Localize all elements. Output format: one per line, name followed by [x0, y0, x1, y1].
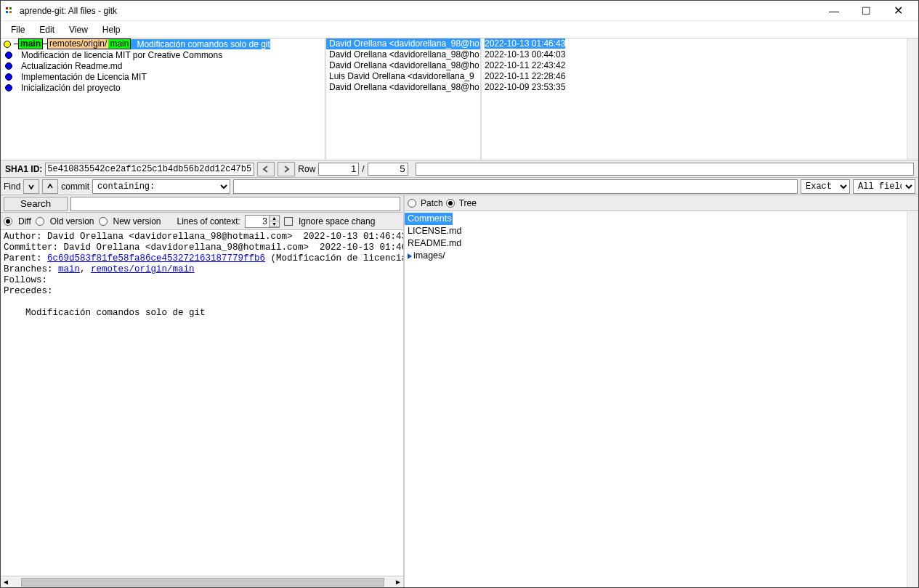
nav-back-button[interactable]: [257, 162, 275, 176]
top-search-field[interactable]: [416, 163, 914, 176]
detail-branch-remote-link[interactable]: remotes/origin/main: [91, 264, 195, 274]
sha-bar: SHA1 ID: Row /: [1, 160, 918, 178]
ignore-space-label: Ignore space chang: [299, 216, 375, 226]
commit-row-1[interactable]: Modificación de licencia MIT por Creativ…: [1, 49, 325, 60]
commit-msg-3[interactable]: Implementación de Licencia MIT: [15, 72, 147, 82]
date-0[interactable]: 2022-10-13 01:46:43: [482, 38, 918, 49]
menu-help[interactable]: Help: [95, 23, 128, 36]
author-0[interactable]: David Orellana <davidorellana_98@ho: [326, 38, 480, 49]
ref-remote-prefix[interactable]: remotes/origin/: [48, 39, 108, 49]
maximize-button[interactable]: ☐: [850, 1, 882, 21]
expand-triangle-icon[interactable]: [408, 253, 412, 259]
old-version-radio[interactable]: [36, 217, 44, 226]
commit-row-3[interactable]: Implementación de Licencia MIT: [1, 71, 325, 82]
scroll-thumb[interactable]: [21, 578, 384, 587]
nav-forward-button[interactable]: [278, 162, 295, 176]
commit-msg-1[interactable]: Modificación de licencia MIT por Creativ…: [15, 50, 222, 60]
commit-msg-0[interactable]: Modificación comandos solo de git: [131, 39, 270, 49]
scroll-left-icon[interactable]: ◄: [1, 578, 11, 586]
detail-parent-sha-link[interactable]: 6c69d583f81fe58fa86ce453272163187779ffb6: [47, 253, 265, 264]
lines-context-value[interactable]: [246, 216, 269, 227]
file-comments[interactable]: Comments: [405, 213, 453, 225]
find-commit-label: commit: [61, 181, 89, 192]
lines-context-label: Lines of context:: [177, 216, 240, 226]
scroll-right-icon[interactable]: ►: [393, 578, 403, 586]
author-1[interactable]: David Orellana <davidorellana_98@ho: [326, 49, 480, 60]
find-input[interactable]: [233, 179, 798, 194]
commit-dot-icon: [5, 73, 12, 81]
commit-row-4[interactable]: Inicialización del proyecto: [1, 82, 325, 93]
tree-label: Tree: [459, 198, 477, 208]
lines-context-spinner[interactable]: ▲▼: [245, 215, 280, 228]
date-3[interactable]: 2022-10-11 22:28:46: [482, 71, 918, 82]
horizontal-scrollbar[interactable]: ◄ ►: [1, 576, 403, 587]
author-pane[interactable]: David Orellana <davidorellana_98@ho Davi…: [325, 38, 480, 160]
sha-input[interactable]: [45, 163, 254, 176]
arrow-down-icon: [28, 183, 35, 190]
ref-remote-branch[interactable]: main: [108, 39, 130, 49]
commit-row-2[interactable]: Actualización Readme.md: [1, 60, 325, 71]
close-button[interactable]: ✕: [882, 1, 914, 21]
ref-main[interactable]: main: [18, 38, 43, 49]
date-1[interactable]: 2022-10-13 00:44:03: [482, 49, 918, 60]
head-dot-icon: [4, 41, 11, 48]
file-list-scrollbar[interactable]: [907, 211, 918, 587]
search-input[interactable]: [70, 197, 400, 211]
window-title: aprende-git: All files - gitk: [20, 6, 818, 16]
patch-tree-bar: Patch Tree: [405, 195, 918, 211]
file-license[interactable]: LICENSE.md: [405, 225, 918, 237]
new-version-radio[interactable]: [99, 217, 108, 226]
commit-detail-pane[interactable]: Author: David Orellana <davidorellana_98…: [1, 230, 403, 576]
old-version-label: Old version: [50, 216, 94, 226]
date-2[interactable]: 2022-10-11 22:43:42: [482, 60, 918, 71]
find-prev-button[interactable]: [42, 179, 58, 194]
find-bar: Find commit containing: Exact All fields: [1, 178, 918, 195]
tree-radio[interactable]: [446, 199, 455, 208]
author-2[interactable]: David Orellana <davidorellana_98@ho: [326, 60, 480, 71]
folder-images[interactable]: images/: [405, 250, 918, 262]
find-fields-select[interactable]: All fields: [853, 179, 915, 194]
detail-precedes: Precedes:: [4, 286, 53, 296]
row-separator: /: [362, 164, 364, 174]
row-total-input[interactable]: [368, 163, 408, 176]
detail-branch-main-link[interactable]: main: [58, 264, 80, 274]
find-next-button[interactable]: [23, 179, 39, 194]
svg-rect-0: [6, 7, 8, 9]
commit-dot-icon: [5, 84, 12, 91]
ignore-space-checkbox[interactable]: [284, 217, 293, 226]
author-3[interactable]: Luis David Orellana <davidorellana_9: [326, 71, 480, 82]
commit-graph-pane[interactable]: main remotes/origin/main Modificación co…: [1, 38, 325, 160]
detail-author-label: Author:: [4, 232, 47, 242]
menu-edit[interactable]: Edit: [32, 23, 62, 36]
find-mode-select[interactable]: containing:: [92, 179, 230, 194]
menu-file[interactable]: File: [4, 23, 32, 36]
sha-label: SHA1 ID:: [5, 164, 42, 174]
commit-msg-2[interactable]: Actualización Readme.md: [15, 61, 122, 71]
commit-dot-icon: [5, 52, 12, 59]
minimize-button[interactable]: —: [818, 1, 850, 21]
diff-radio[interactable]: [4, 217, 12, 226]
vertical-scrollbar[interactable]: [907, 38, 918, 160]
spin-up-icon[interactable]: ▲: [270, 216, 279, 221]
file-tree-pane[interactable]: Comments LICENSE.md README.md images/: [405, 211, 918, 587]
detail-parent-label: Parent:: [4, 253, 47, 264]
menu-view[interactable]: View: [62, 23, 95, 36]
detail-commit-message: Modificación comandos solo de git: [4, 308, 206, 318]
commit-row-0[interactable]: main remotes/origin/main Modificación co…: [1, 38, 325, 49]
date-4[interactable]: 2022-10-09 23:53:35: [482, 82, 918, 93]
row-current-input[interactable]: [318, 163, 359, 176]
date-pane[interactable]: 2022-10-13 01:46:43 2022-10-13 00:44:03 …: [480, 38, 918, 160]
arrow-up-icon: [46, 183, 54, 190]
new-version-label: New version: [113, 216, 161, 226]
row-label: Row: [298, 164, 315, 174]
commit-msg-4[interactable]: Inicialización del proyecto: [15, 83, 121, 93]
title-bar: aprende-git: All files - gitk — ☐ ✕: [1, 1, 918, 21]
svg-rect-1: [9, 7, 12, 9]
search-button[interactable]: Search: [4, 197, 68, 211]
patch-radio[interactable]: [408, 199, 416, 208]
find-exact-select[interactable]: Exact: [801, 179, 850, 194]
author-4[interactable]: David Orellana <davidorellana_98@ho: [326, 82, 480, 93]
spin-down-icon[interactable]: ▼: [270, 221, 279, 227]
file-readme[interactable]: README.md: [405, 237, 918, 250]
arrow-right-icon: [282, 165, 291, 173]
